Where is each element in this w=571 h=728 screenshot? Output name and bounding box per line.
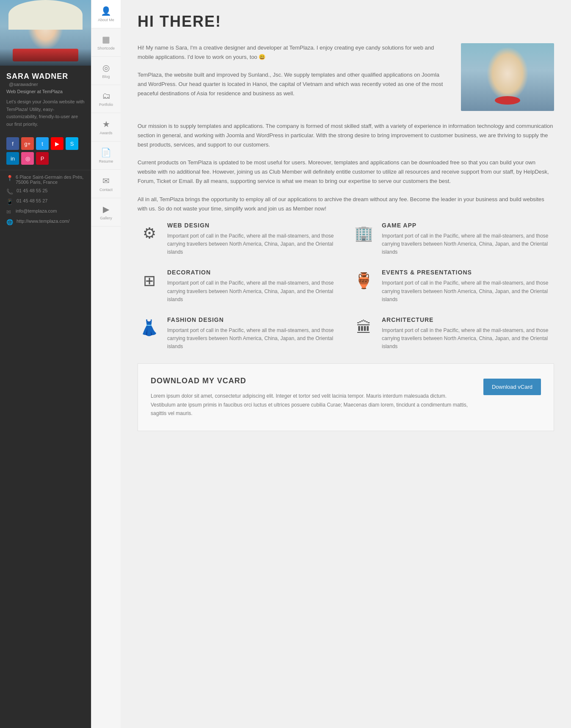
dribbble-icon[interactable]: ◎ [21, 152, 34, 165]
navigation-sidebar: 👤 About Me ▦ Shortcode ◎ Blog 🗂 Portfoli… [91, 0, 121, 728]
portfolio-icon: 🗂 [102, 91, 110, 101]
blog-icon: ◎ [102, 63, 110, 73]
twitter-icon[interactable]: t [36, 137, 49, 150]
nav-awards[interactable]: ★ Awards [91, 113, 121, 141]
website-icon: 🌐 [6, 219, 13, 225]
service-events: 🏺 EVENTS & PRESENTATIONS Important port … [352, 269, 554, 304]
website-text: http://www.templaza.com/ [17, 219, 69, 224]
game-app-icon: 🏢 [352, 222, 375, 245]
vcard-description: Lorem ipsum dolor sit amet, consectetur … [151, 392, 471, 418]
profile-photo [0, 0, 91, 66]
decoration-icon: ⊞ [138, 269, 161, 292]
nav-contact[interactable]: ✉ Contact [91, 170, 121, 198]
vcard-title: DOWNLOAD MY VCARD [151, 376, 471, 385]
web-design-title: WEB DESIGN [167, 222, 339, 229]
address-text: 6 Place Saint-Germain des Prés, 75006 Pa… [16, 174, 85, 185]
pinterest-icon[interactable]: P [36, 152, 49, 165]
intro-photo [461, 43, 554, 111]
google-plus-icon[interactable]: g+ [21, 137, 34, 150]
phone2-item: 📱 01 45 48 55 27 [6, 198, 85, 205]
about-me-icon: 👤 [101, 6, 111, 16]
gallery-icon: ▶ [103, 204, 109, 214]
website-item: 🌐 http://www.templaza.com/ [6, 219, 85, 225]
profile-sidebar: SARA WADNER @sarawadner Web Designer at … [0, 0, 91, 728]
game-app-title: GAME APP [382, 222, 554, 229]
architecture-title: ARCHITECTURE [382, 316, 554, 323]
nav-portfolio[interactable]: 🗂 Portfolio [91, 85, 121, 113]
service-decoration: ⊞ DECORATION Important port of call in t… [138, 269, 339, 304]
download-vcard-button[interactable]: Download vCard [483, 379, 541, 395]
phone1-text: 01 45 48 55 25 [17, 188, 47, 193]
events-title: EVENTS & PRESENTATIONS [382, 269, 554, 276]
service-web-design: ⚙ WEB DESIGN Important port of call in t… [138, 222, 339, 257]
skype-icon[interactable]: S [66, 137, 78, 150]
phone2-text: 01 45 48 55 27 [17, 198, 47, 203]
body-paragraph-4: Current products on TemPlaza is updated … [138, 158, 554, 186]
fashion-desc: Important port of call in the Pacific, w… [167, 327, 339, 351]
mobile-icon: 📱 [6, 199, 13, 205]
web-design-icon: ⚙ [138, 222, 161, 245]
service-architecture: 🏛 ARCHITECTURE Important port of call in… [352, 316, 554, 351]
fashion-icon: 👗 [138, 316, 161, 340]
game-app-desc: Important port of call in the Pacific, w… [382, 232, 554, 257]
services-grid: ⚙ WEB DESIGN Important port of call in t… [138, 222, 554, 351]
intro-text: Hi! My name is Sara, I'm a creative desi… [138, 43, 448, 111]
vcard-section: DOWNLOAD MY VCARD Lorem ipsum dolor sit … [138, 363, 554, 431]
architecture-desc: Important port of call in the Pacific, w… [382, 327, 554, 351]
social-icons-container: f g+ t ▶ S in ◎ P [0, 132, 91, 170]
intro-paragraph-2: TemPlaza, the website built and improved… [138, 70, 448, 98]
decoration-title: DECORATION [167, 269, 339, 276]
profile-name: SARA WADNER @sarawadner [6, 72, 85, 87]
intro-paragraph-1: Hi! My name is Sara, I'm a creative desi… [138, 43, 448, 62]
awards-icon: ★ [102, 119, 110, 129]
main-content: HI THERE! Hi! My name is Sara, I'm a cre… [121, 0, 571, 728]
events-desc: Important port of call in the Pacific, w… [382, 279, 554, 304]
phone-icon: 📞 [6, 188, 13, 195]
nav-shortcode[interactable]: ▦ Shortcode [91, 28, 121, 57]
service-game-app: 🏢 GAME APP Important port of call in the… [352, 222, 554, 257]
page-title: HI THERE! [138, 13, 554, 30]
location-icon: 📍 [6, 175, 12, 181]
resume-icon: 📄 [101, 147, 111, 158]
nav-about-me[interactable]: 👤 About Me [91, 0, 121, 28]
nav-resume[interactable]: 📄 Resume [91, 141, 121, 170]
profile-name-area: SARA WADNER @sarawadner Web Designer at … [0, 66, 91, 132]
email-text: info@templaza.com [16, 208, 57, 213]
architecture-icon: 🏛 [352, 316, 375, 340]
body-paragraph-3: Our mission is to supply templates and a… [138, 122, 554, 149]
linkedin-icon[interactable]: in [6, 152, 19, 165]
contact-info: 📍 6 Place Saint-Germain des Prés, 75006 … [0, 170, 91, 233]
youtube-icon[interactable]: ▶ [51, 137, 63, 150]
profile-description: Let's design your Joomla website with Te… [6, 98, 85, 128]
nav-blog[interactable]: ◎ Blog [91, 57, 121, 85]
nav-gallery[interactable]: ▶ Gallery [91, 198, 121, 227]
address-item: 📍 6 Place Saint-Germain des Prés, 75006 … [6, 174, 85, 185]
events-icon: 🏺 [352, 269, 375, 292]
decoration-desc: Important port of call in the Pacific, w… [167, 279, 339, 304]
body-paragraph-5: All in all, TemPlaza brings the opportun… [138, 195, 554, 213]
intro-section: Hi! My name is Sara, I'm a creative desi… [138, 43, 554, 111]
service-fashion: 👗 FASHION DESIGN Important port of call … [138, 316, 339, 351]
shortcode-icon: ▦ [102, 34, 110, 44]
facebook-icon[interactable]: f [6, 137, 19, 150]
email-icon: ✉ [6, 209, 12, 215]
web-design-desc: Important port of call in the Pacific, w… [167, 232, 339, 257]
contact-icon: ✉ [102, 176, 110, 186]
fashion-title: FASHION DESIGN [167, 316, 339, 323]
email-item: ✉ info@templaza.com [6, 208, 85, 215]
profile-title: Web Designer at TemPlaza [6, 89, 85, 94]
phone1-item: 📞 01 45 48 55 25 [6, 188, 85, 195]
